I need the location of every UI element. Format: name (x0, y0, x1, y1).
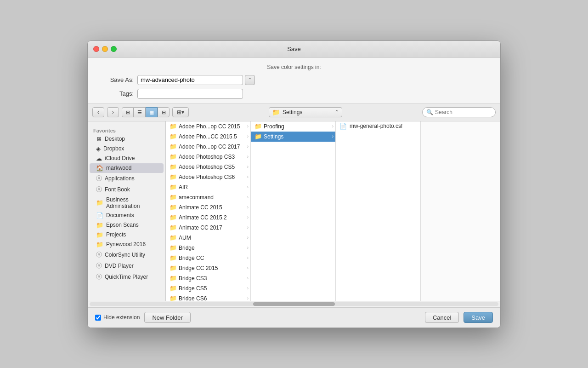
dialog-subtitle: Save color settings in: (97, 64, 491, 70)
sidebar-item-applications[interactable]: Ⓐ Applications (90, 173, 164, 184)
sidebar-item-epson[interactable]: 📁 Epson Scans (90, 220, 164, 230)
list-item[interactable]: 📁 Animate CC 2017 › (166, 223, 250, 233)
location-label: Settings (283, 109, 302, 115)
item-label: Bridge CC (179, 255, 245, 261)
sidebar-label-dropbox: Dropbox (103, 145, 124, 152)
list-item[interactable]: 📁 Adobe Pho...CC 2015.5 › (166, 132, 250, 142)
item-label: Animate CC 2015.2 (179, 214, 245, 221)
sidebar-item-pynewood[interactable]: 📁 Pynewood 2016 (90, 240, 164, 249)
fontbook-icon: Ⓐ (96, 185, 102, 194)
chevron-right-icon: › (247, 195, 249, 200)
scrollbar-thumb[interactable] (253, 302, 335, 306)
list-item[interactable]: 📁 AUM › (166, 233, 250, 243)
hide-extension-checkbox[interactable] (95, 315, 101, 321)
view-column-button[interactable]: ▦ (146, 107, 158, 117)
list-item[interactable]: 📄 mw-general-photo.csf (336, 121, 420, 131)
sidebar-item-icloud[interactable]: ☁ iCloud Drive (90, 154, 164, 163)
sidebar-label-fontbook: Font Book (105, 186, 130, 193)
list-item[interactable]: 📁 Bridge CS3 › (166, 273, 250, 283)
hide-extension-label[interactable]: Hide extension (95, 314, 140, 321)
sidebar-item-quicktime[interactable]: Ⓐ QuickTime Player (90, 271, 164, 282)
back-button[interactable]: ‹ (92, 107, 104, 117)
list-item[interactable]: 📁 Bridge CC › (166, 253, 250, 263)
sidebar-label-dvd: DVD Player (105, 263, 134, 269)
folder-icon: 📁 (254, 123, 262, 130)
list-item[interactable]: 📁 Adobe Photoshop CS3 › (166, 152, 250, 162)
folder-icon: 📁 (170, 143, 177, 150)
sidebar: Favorites 🖥 Desktop ◈ Dropbox ☁ iCloud D… (88, 121, 166, 301)
documents-icon: 📄 (96, 212, 103, 219)
chevron-right-icon: › (332, 124, 334, 129)
file-browser: 📁 Adobe Pho...op CC 2015 › 📁 Adobe Pho..… (166, 121, 500, 301)
list-item[interactable]: 📁 Animate CC 2015.2 › (166, 213, 250, 223)
horizontal-scrollbar[interactable] (88, 301, 500, 307)
item-label: Bridge CS6 (179, 295, 245, 301)
list-item[interactable]: 📁 Bridge CC 2015 › (166, 263, 250, 273)
forward-button[interactable]: › (107, 107, 119, 117)
tags-input[interactable] (137, 89, 243, 99)
save-button[interactable]: Save (464, 312, 493, 323)
save-as-row: Save As: ⌃ (97, 75, 491, 85)
window-title: Save (287, 46, 301, 52)
sidebar-item-markwood[interactable]: 🏠 markwood (90, 163, 164, 173)
expand-button[interactable]: ⌃ (245, 75, 255, 85)
search-bar: 🔍 (422, 107, 496, 117)
chevron-right-icon: › (332, 134, 334, 139)
folder-icon: 📁 (170, 224, 177, 231)
list-item[interactable]: 📁 Bridge CS5 › (166, 283, 250, 293)
close-button[interactable] (93, 46, 99, 52)
search-input[interactable] (435, 109, 492, 115)
main-content: Favorites 🖥 Desktop ◈ Dropbox ☁ iCloud D… (88, 121, 500, 301)
list-item[interactable]: 📁 amecommand › (166, 192, 250, 202)
item-label: Proofing (264, 123, 330, 130)
folder-icon: 📁 (170, 173, 177, 180)
folder-icon: 📁 (170, 194, 177, 201)
chevron-right-icon: › (247, 286, 249, 291)
list-item[interactable]: 📁 Adobe Pho...op CC 2017 › (166, 142, 250, 152)
folder-icon: 📁 (170, 275, 177, 282)
action-button[interactable]: ⊞▾ (172, 107, 189, 117)
file-column-2: 📁 Proofing › 📁 Settings › (251, 121, 336, 301)
chevron-right-icon: › (247, 184, 249, 190)
view-list-button[interactable]: ☰ (134, 107, 146, 117)
cancel-button[interactable]: Cancel (425, 312, 459, 323)
list-item[interactable]: 📁 Settings › (251, 132, 335, 142)
new-folder-button[interactable]: New Folder (144, 312, 190, 323)
location-dropdown[interactable]: 📁 Settings ⌃ (269, 107, 342, 117)
title-bar: Save (88, 41, 500, 58)
list-item[interactable]: 📁 Adobe Photoshop CS6 › (166, 172, 250, 182)
view-icon-button[interactable]: ⊞ (122, 107, 134, 117)
item-label: Bridge CS3 (179, 275, 245, 282)
list-item[interactable]: 📁 Bridge › (166, 243, 250, 253)
list-item[interactable]: 📁 Proofing › (251, 121, 335, 132)
chevron-right-icon: › (247, 144, 249, 149)
sidebar-item-dvd[interactable]: Ⓐ DVD Player (90, 260, 164, 271)
sidebar-item-desktop[interactable]: 🖥 Desktop (90, 134, 164, 144)
item-label: Adobe Photoshop CS6 (179, 174, 245, 180)
maximize-button[interactable] (111, 46, 117, 52)
chevron-right-icon: › (247, 124, 249, 129)
sidebar-item-colorsync[interactable]: Ⓐ ColorSync Utility (90, 249, 164, 260)
sidebar-item-projects[interactable]: 📁 Projects (90, 230, 164, 240)
item-label: Animate CC 2015 (179, 204, 245, 211)
view-flow-button[interactable]: ⊟ (158, 107, 170, 117)
list-item[interactable]: 📁 Adobe Pho...op CC 2015 › (166, 121, 250, 132)
list-item[interactable]: 📁 Bridge CS6 › (166, 293, 250, 301)
item-label: AUM (179, 235, 245, 241)
sidebar-item-business[interactable]: 📁 Business Adminstration (90, 195, 164, 211)
sidebar-item-fontbook[interactable]: Ⓐ Font Book (90, 184, 164, 195)
sidebar-label-documents: Documents (106, 212, 134, 218)
folder-icon: 📁 (170, 133, 177, 140)
item-label: Adobe Pho...op CC 2017 (179, 144, 245, 150)
sidebar-item-dropbox[interactable]: ◈ Dropbox (90, 144, 164, 154)
list-item[interactable]: 📁 Adobe Photoshop CS5 › (166, 162, 250, 172)
chevron-right-icon: › (247, 215, 249, 220)
list-item[interactable]: 📁 AIR › (166, 182, 250, 192)
folder-icon: 📁 (170, 285, 177, 292)
minimize-button[interactable] (102, 46, 108, 52)
sidebar-item-documents[interactable]: 📄 Documents (90, 211, 164, 220)
hide-extension-text: Hide extension (103, 314, 140, 321)
list-item[interactable]: 📁 Animate CC 2015 › (166, 202, 250, 213)
chevron-right-icon: › (247, 255, 249, 260)
save-as-input[interactable] (137, 75, 243, 85)
